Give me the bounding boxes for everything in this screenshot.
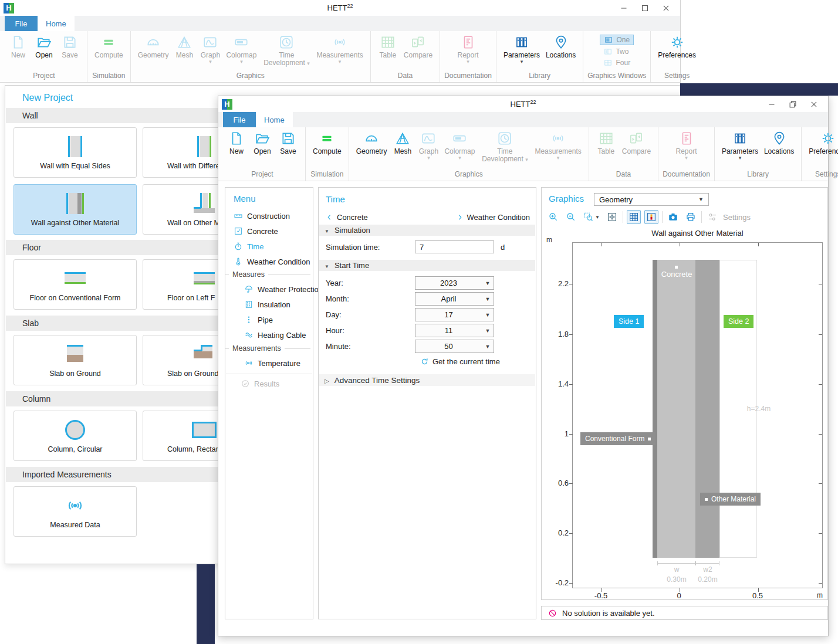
menu-item-pipe[interactable]: Pipe bbox=[244, 314, 273, 326]
collapse-triangle-icon bbox=[325, 226, 329, 235]
stopwatch-icon bbox=[234, 242, 243, 251]
compute-button[interactable]: Compute bbox=[92, 31, 126, 59]
colorbar-toggle-button[interactable] bbox=[644, 210, 658, 224]
one-window-button[interactable]: One bbox=[600, 35, 634, 45]
ribbon-group-graphics-windows: One Two Four Graphics Windows bbox=[583, 31, 651, 82]
menu-item-weather-protection[interactable]: Weather Protection bbox=[244, 283, 323, 295]
preferences-button[interactable]: Preferences bbox=[806, 127, 838, 155]
parameters-button[interactable]: Parameters bbox=[501, 31, 543, 64]
open-button[interactable]: Open bbox=[249, 127, 275, 155]
desktop-fragment-bottom bbox=[197, 564, 215, 644]
wall-equal-icon bbox=[14, 135, 136, 158]
graphics-view-selector[interactable]: Geometry▼ bbox=[594, 193, 709, 206]
title-bar[interactable]: H HETT22 bbox=[218, 96, 828, 112]
tab-file[interactable]: File bbox=[223, 112, 256, 127]
print-button[interactable] bbox=[684, 210, 698, 224]
menu-item-heating-cable[interactable]: Heating Cable bbox=[244, 329, 306, 341]
two-windows-button[interactable]: Two bbox=[600, 47, 634, 56]
tab-file[interactable]: File bbox=[5, 16, 38, 31]
section-start-time[interactable]: Start Time bbox=[319, 260, 535, 271]
time-development-button[interactable]: Time Development ▾ bbox=[259, 31, 313, 67]
minute-select[interactable]: 50▼ bbox=[415, 340, 494, 353]
card-floor-conventional-form[interactable]: Floor on Conventional Form bbox=[13, 259, 137, 310]
chevron-right-icon bbox=[456, 213, 464, 221]
tab-home[interactable]: Home bbox=[256, 112, 293, 127]
card-slab-on-ground[interactable]: Slab on Ground bbox=[13, 335, 137, 385]
menu-section-measures: Measures bbox=[225, 270, 310, 279]
parameters-button[interactable]: Parameters bbox=[719, 127, 761, 160]
temperature-signal-icon bbox=[244, 358, 254, 368]
geometry-plot[interactable]: Concrete Side 1 Side 2 Conventional Form… bbox=[572, 242, 823, 588]
card-wall-equal-sides[interactable]: Wall with Equal Sides bbox=[13, 127, 137, 178]
compute-button[interactable]: Compute bbox=[310, 127, 344, 155]
measurements-button[interactable]: Measurements bbox=[313, 31, 366, 64]
measurements-button[interactable]: Measurements bbox=[532, 127, 584, 160]
day-select[interactable]: 17▼ bbox=[415, 308, 494, 321]
card-column-circular[interactable]: Column, Circular bbox=[13, 411, 137, 461]
snapshot-button[interactable] bbox=[666, 210, 680, 224]
zoom-box-button[interactable]: ▼ bbox=[582, 210, 602, 224]
mesh-button[interactable]: Mesh bbox=[171, 31, 197, 59]
graph-button[interactable]: Graph bbox=[415, 127, 441, 160]
app-logo: H bbox=[4, 3, 14, 13]
report-button[interactable]: Report bbox=[673, 127, 700, 160]
table-button[interactable]: Table bbox=[375, 31, 401, 59]
close-button[interactable] bbox=[803, 97, 825, 112]
section-advanced-time-settings[interactable]: Advanced Time Settings bbox=[319, 374, 535, 386]
minimize-button[interactable] bbox=[613, 1, 634, 16]
tab-home[interactable]: Home bbox=[38, 16, 75, 31]
nav-next-weather-condition[interactable]: Weather Condition bbox=[456, 211, 530, 223]
colormap-button[interactable]: Colormap bbox=[223, 31, 259, 64]
menu-item-insulation[interactable]: Insulation bbox=[244, 299, 290, 310]
save-button[interactable]: Save bbox=[57, 31, 83, 59]
new-button[interactable]: New bbox=[224, 127, 249, 155]
card-measured-data[interactable]: Measured Data bbox=[13, 486, 137, 537]
geometry-button[interactable]: Geometry bbox=[135, 31, 172, 59]
graph-button[interactable]: Graph bbox=[197, 31, 223, 64]
side2-chip: Side 2 bbox=[724, 315, 753, 328]
mesh-button[interactable]: Mesh bbox=[390, 127, 415, 155]
title-bar[interactable]: H HETT22 bbox=[0, 0, 680, 16]
menu-item-construction[interactable]: Construction bbox=[234, 210, 290, 222]
y-tick-label: 2.2 bbox=[542, 279, 569, 288]
nav-prev-concrete[interactable]: Concrete bbox=[326, 211, 368, 223]
zoom-out-button[interactable] bbox=[564, 210, 578, 224]
year-select[interactable]: 2023▼ bbox=[415, 276, 494, 290]
menu-item-time[interactable]: Time bbox=[234, 240, 263, 252]
menu-item-concrete[interactable]: Concrete bbox=[234, 225, 278, 237]
restore-button[interactable] bbox=[782, 97, 803, 112]
zoom-in-button[interactable] bbox=[546, 210, 560, 224]
geometry-button[interactable]: Geometry bbox=[353, 127, 390, 155]
compare-button[interactable]: Compare bbox=[619, 127, 654, 155]
new-button[interactable]: New bbox=[5, 31, 31, 59]
open-button[interactable]: Open bbox=[31, 31, 57, 59]
group-label: Settings bbox=[815, 170, 838, 181]
four-windows-button[interactable]: Four bbox=[600, 58, 634, 67]
get-current-time-button[interactable]: Get the current time bbox=[420, 357, 500, 366]
compare-button[interactable]: Compare bbox=[401, 31, 435, 59]
month-select[interactable]: April▼ bbox=[415, 292, 494, 306]
report-button[interactable]: Report bbox=[455, 31, 482, 64]
hour-select[interactable]: 11▼ bbox=[415, 324, 494, 337]
minimize-button[interactable] bbox=[761, 97, 782, 112]
locations-button[interactable]: Locations bbox=[543, 31, 579, 59]
card-wall-against-other-material[interactable]: Wall against Other Material bbox=[13, 184, 137, 235]
preferences-button[interactable]: Preferences bbox=[655, 31, 699, 59]
colormap-button[interactable]: Colormap bbox=[441, 127, 478, 160]
maximize-button[interactable] bbox=[634, 1, 655, 16]
grid-toggle-button[interactable] bbox=[627, 210, 641, 224]
save-button[interactable]: Save bbox=[275, 127, 301, 155]
time-development-button[interactable]: Time Development ▾ bbox=[478, 127, 532, 164]
section-simulation[interactable]: Simulation bbox=[319, 225, 535, 236]
books-icon bbox=[513, 34, 530, 50]
w-dimension-line bbox=[657, 563, 695, 564]
locations-button[interactable]: Locations bbox=[761, 127, 797, 155]
table-button[interactable]: Table bbox=[593, 127, 619, 155]
menu-item-weather-condition[interactable]: Weather Condition bbox=[234, 256, 310, 267]
status-text: No solution is available yet. bbox=[562, 609, 655, 618]
simulation-time-input[interactable] bbox=[415, 240, 494, 253]
save-icon bbox=[62, 34, 78, 50]
menu-item-temperature[interactable]: Temperature bbox=[244, 357, 300, 369]
close-button[interactable] bbox=[655, 1, 677, 16]
zoom-extents-button[interactable] bbox=[605, 210, 619, 224]
